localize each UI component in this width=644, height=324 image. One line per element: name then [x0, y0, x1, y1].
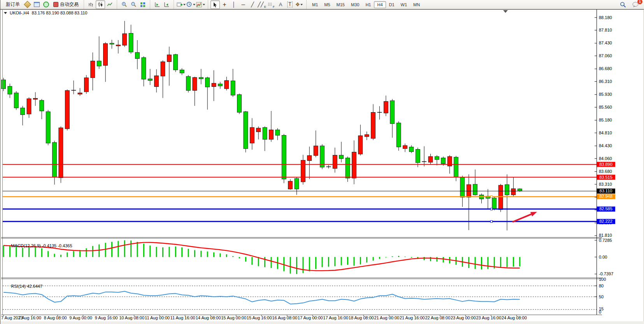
- macd-axis-label: 0.00: [599, 255, 607, 259]
- candle: [498, 185, 503, 210]
- price-tag-label: 83.110: [600, 188, 612, 193]
- rsi-axis-label: 0: [599, 310, 601, 314]
- zoom-out-icon[interactable]: [129, 0, 138, 9]
- chat-icon[interactable]: 1: [631, 0, 640, 9]
- crosshair-icon[interactable]: +: [220, 0, 229, 9]
- price-tag-label: 82.948: [599, 194, 612, 199]
- symbol-dropdown-icon[interactable]: [4, 12, 7, 14]
- candle: [212, 83, 216, 87]
- rsi-label: RSI(14) 42.6447: [4, 279, 42, 293]
- candle: [428, 157, 433, 162]
- timeframe-H1[interactable]: H1: [362, 1, 374, 8]
- candle: [473, 184, 477, 195]
- price-tick-label: 86.680: [599, 66, 612, 71]
- equidistant-channel-icon[interactable]: ╱╱E: [257, 0, 267, 9]
- candle: [288, 181, 293, 189]
- candle: [167, 55, 171, 62]
- date-label: 10 Aug 08:00: [119, 315, 144, 320]
- candle: [441, 158, 446, 164]
- date-label: 21 Aug 00:00: [374, 315, 399, 320]
- tile-windows-icon[interactable]: [138, 0, 147, 9]
- date-label: 9 Aug 16:00: [95, 315, 118, 320]
- date-label: 23 Aug 16:00: [476, 315, 501, 320]
- chart-profile-icon[interactable]: [23, 0, 32, 9]
- line-handle[interactable]: [491, 195, 493, 197]
- candle: [123, 33, 127, 45]
- candle: [129, 33, 133, 52]
- toolbar: 新订单 自动交易: [0, 0, 644, 9]
- candle: [365, 135, 369, 137]
- date-label: 11 Aug 00:00: [145, 315, 170, 320]
- timeframe-M15[interactable]: M15: [333, 1, 348, 8]
- date-label: 9 Aug 00:00: [69, 315, 92, 320]
- candle: [282, 135, 286, 179]
- date-label: 8 Aug 08:00: [44, 315, 67, 320]
- new-order-button[interactable]: 新订单: [3, 0, 23, 9]
- candle: [2, 80, 6, 89]
- candle: [301, 160, 305, 182]
- candle: [358, 136, 363, 154]
- terminal-window: 新订单 自动交易: [0, 0, 644, 324]
- line-chart-icon[interactable]: [105, 0, 114, 9]
- candle: [148, 79, 152, 80]
- search-icon[interactable]: [618, 0, 628, 9]
- line-handle[interactable]: [491, 208, 493, 210]
- date-label: 11 Aug 16:00: [170, 315, 195, 320]
- price-tag-label: 83.515: [599, 175, 612, 180]
- chart-shift-icon[interactable]: [162, 0, 171, 9]
- periods-clock-button[interactable]: [186, 0, 196, 9]
- candle: [237, 95, 242, 113]
- fibonacci-icon[interactable]: F: [267, 0, 276, 9]
- trendline-icon[interactable]: ╱: [248, 0, 257, 9]
- vertical-line-icon[interactable]: │: [229, 0, 239, 9]
- text-label-icon[interactable]: T: [285, 0, 295, 9]
- timeframe-bar: M1M5M15M30H1H4D1W1MN: [306, 0, 424, 9]
- date-label: 24 Aug 08:00: [502, 315, 527, 320]
- text-icon[interactable]: A: [276, 0, 285, 9]
- candle: [91, 61, 95, 78]
- timeframe-H4[interactable]: H4: [374, 1, 386, 8]
- candle: [397, 123, 401, 147]
- line-handle[interactable]: [491, 220, 493, 222]
- date-label: 14 Aug 08:00: [196, 315, 221, 320]
- candle: [193, 77, 197, 90]
- bar-chart-icon[interactable]: [86, 0, 96, 9]
- auto-scroll-icon[interactable]: [153, 0, 162, 9]
- new-chart-button[interactable]: [176, 0, 186, 9]
- cursor-icon[interactable]: [211, 0, 220, 9]
- timeframe-M5[interactable]: M5: [321, 1, 333, 8]
- candlestick-chart-icon[interactable]: [96, 0, 105, 9]
- candle: [27, 99, 31, 114]
- indicators-button[interactable]: [196, 0, 205, 9]
- candle: [454, 157, 458, 177]
- candle: [110, 43, 114, 44]
- chart-shift-marker[interactable]: [503, 10, 508, 13]
- timeframe-M30[interactable]: M30: [348, 1, 362, 8]
- price-tick-label: 87.060: [599, 53, 612, 58]
- navigator-icon[interactable]: [41, 0, 51, 9]
- candle: [97, 61, 101, 66]
- candle: [135, 53, 139, 59]
- date-label: 15 Aug 00:00: [221, 315, 246, 320]
- arrows-shapes-button[interactable]: ✥: [295, 0, 304, 9]
- timeframe-MN[interactable]: MN: [410, 1, 423, 8]
- price-tick-label: 86.310: [599, 79, 612, 84]
- candle: [333, 155, 337, 168]
- autotrading-button[interactable]: 自动交易: [51, 0, 81, 9]
- ohlc-values: 83.176 83.190 83.088 83.110: [32, 11, 88, 15]
- zoom-in-icon[interactable]: [119, 0, 129, 9]
- price-tag-label: 82.222: [599, 219, 612, 224]
- timeframe-W1[interactable]: W1: [398, 1, 411, 8]
- candle: [511, 189, 516, 195]
- candle: [65, 90, 69, 129]
- timeframe-M1[interactable]: M1: [309, 1, 321, 8]
- price-tick-label: 83.680: [599, 169, 612, 174]
- arrow-annotation-head[interactable]: [530, 212, 537, 217]
- horizontal-line-icon[interactable]: ─: [239, 0, 248, 9]
- candle: [295, 178, 299, 189]
- timeframe-D1[interactable]: D1: [386, 1, 398, 8]
- candle: [409, 147, 414, 151]
- market-watch-icon[interactable]: [32, 0, 41, 9]
- arrow-annotation-line[interactable]: [512, 214, 531, 222]
- chart-area[interactable]: 88.18087.81087.43087.06086.68086.31085.9…: [0, 9, 644, 324]
